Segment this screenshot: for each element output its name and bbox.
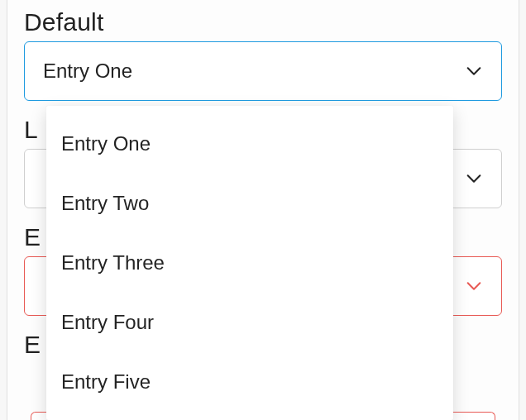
dropdown-item[interactable]: Entry One — [46, 114, 453, 174]
dropdown-menu: Entry One Entry Two Entry Three Entry Fo… — [46, 106, 453, 420]
dropdown-item[interactable]: Entry Three — [46, 233, 453, 293]
field-label-default: Default — [24, 8, 502, 36]
chevron-down-icon — [465, 169, 483, 188]
chevron-down-icon — [465, 62, 483, 80]
dropdown-item[interactable]: Entry Five — [46, 352, 453, 412]
chevron-down-icon — [465, 277, 483, 295]
field-default: Default Entry One — [24, 8, 502, 101]
dropdown-item[interactable]: Entry Two — [46, 174, 453, 233]
form-page: Default Entry One L E E — [7, 0, 519, 420]
dropdown-item[interactable]: Entry Four — [46, 293, 453, 352]
select-value: Entry One — [43, 60, 465, 83]
select-default[interactable]: Entry One — [24, 41, 502, 101]
